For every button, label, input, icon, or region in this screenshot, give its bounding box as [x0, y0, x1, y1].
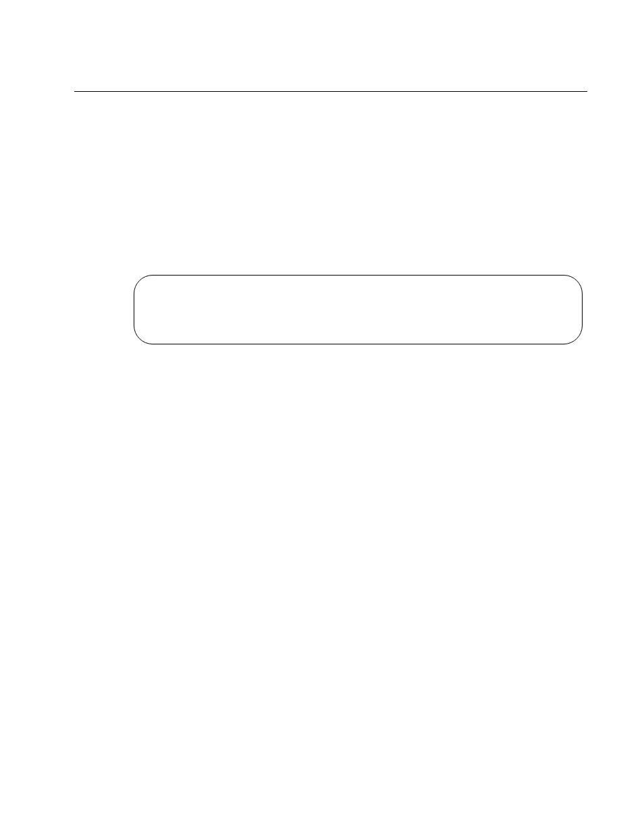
rounded-box: [134, 275, 583, 344]
horizontal-rule: [74, 91, 587, 92]
